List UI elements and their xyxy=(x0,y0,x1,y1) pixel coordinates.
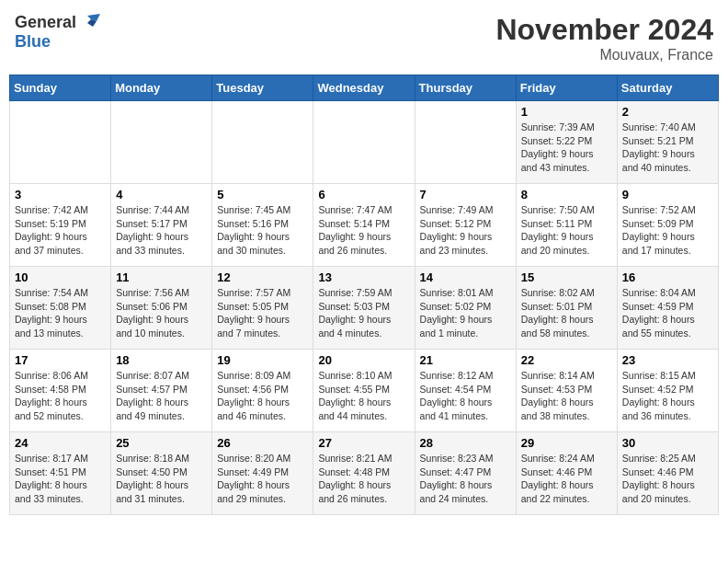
day-number: 24 xyxy=(15,436,106,450)
day-cell xyxy=(415,101,516,184)
day-info: Sunrise: 7:39 AMSunset: 5:22 PMDaylight:… xyxy=(521,121,612,175)
day-number: 28 xyxy=(420,436,511,450)
day-info: Sunrise: 8:07 AMSunset: 4:57 PMDaylight:… xyxy=(116,369,207,423)
day-info: Sunrise: 8:23 AMSunset: 4:47 PMDaylight:… xyxy=(420,452,511,506)
day-cell: 21Sunrise: 8:12 AMSunset: 4:54 PMDayligh… xyxy=(415,350,516,432)
day-cell: 13Sunrise: 7:59 AMSunset: 5:03 PMDayligh… xyxy=(313,267,415,350)
day-info: Sunrise: 8:18 AMSunset: 4:50 PMDaylight:… xyxy=(116,452,207,506)
logo-bird-icon xyxy=(80,12,100,32)
header-day-friday: Friday xyxy=(516,75,617,101)
day-cell: 1Sunrise: 7:39 AMSunset: 5:22 PMDaylight… xyxy=(516,101,617,184)
day-info: Sunrise: 8:04 AMSunset: 4:59 PMDaylight:… xyxy=(622,286,713,340)
day-info: Sunrise: 7:45 AMSunset: 5:16 PMDaylight:… xyxy=(217,203,308,258)
day-cell: 10Sunrise: 7:54 AMSunset: 5:08 PMDayligh… xyxy=(10,267,111,350)
day-cell: 23Sunrise: 8:15 AMSunset: 4:52 PMDayligh… xyxy=(617,350,718,432)
header-day-thursday: Thursday xyxy=(415,75,516,101)
day-number: 16 xyxy=(622,270,713,284)
day-info: Sunrise: 8:25 AMSunset: 4:46 PMDaylight:… xyxy=(622,452,713,506)
week-row-3: 10Sunrise: 7:54 AMSunset: 5:08 PMDayligh… xyxy=(10,267,719,350)
day-info: Sunrise: 8:09 AMSunset: 4:56 PMDaylight:… xyxy=(217,369,308,423)
day-cell: 19Sunrise: 8:09 AMSunset: 4:56 PMDayligh… xyxy=(212,350,313,432)
day-cell: 11Sunrise: 7:56 AMSunset: 5:06 PMDayligh… xyxy=(111,267,212,350)
day-info: Sunrise: 8:01 AMSunset: 5:02 PMDaylight:… xyxy=(420,286,511,340)
calendar-header: SundayMondayTuesdayWednesdayThursdayFrid… xyxy=(10,75,719,101)
day-info: Sunrise: 7:54 AMSunset: 5:08 PMDaylight:… xyxy=(15,286,106,340)
day-info: Sunrise: 7:57 AMSunset: 5:05 PMDaylight:… xyxy=(217,286,308,340)
day-cell: 2Sunrise: 7:40 AMSunset: 5:21 PMDaylight… xyxy=(617,101,718,184)
week-row-1: 1Sunrise: 7:39 AMSunset: 5:22 PMDaylight… xyxy=(10,101,719,184)
day-cell: 29Sunrise: 8:24 AMSunset: 4:46 PMDayligh… xyxy=(516,432,617,515)
logo: General Blue xyxy=(15,13,100,52)
day-info: Sunrise: 7:59 AMSunset: 5:03 PMDaylight:… xyxy=(318,286,409,340)
day-info: Sunrise: 8:12 AMSunset: 4:54 PMDaylight:… xyxy=(420,369,511,423)
day-number: 10 xyxy=(15,270,106,284)
day-number: 4 xyxy=(116,188,207,201)
day-info: Sunrise: 7:40 AMSunset: 5:21 PMDaylight:… xyxy=(622,121,713,175)
day-number: 27 xyxy=(318,436,409,450)
day-number: 6 xyxy=(318,188,409,201)
day-cell: 3Sunrise: 7:42 AMSunset: 5:19 PMDaylight… xyxy=(10,184,111,267)
day-info: Sunrise: 8:10 AMSunset: 4:55 PMDaylight:… xyxy=(318,369,409,423)
day-cell: 26Sunrise: 8:20 AMSunset: 4:49 PMDayligh… xyxy=(212,432,313,515)
day-cell: 15Sunrise: 8:02 AMSunset: 5:01 PMDayligh… xyxy=(516,267,617,350)
day-cell xyxy=(111,101,212,184)
day-number: 5 xyxy=(217,188,308,201)
day-info: Sunrise: 7:49 AMSunset: 5:12 PMDaylight:… xyxy=(420,203,511,258)
day-info: Sunrise: 8:15 AMSunset: 4:52 PMDaylight:… xyxy=(622,369,713,423)
header-row: SundayMondayTuesdayWednesdayThursdayFrid… xyxy=(10,75,719,101)
header-day-wednesday: Wednesday xyxy=(313,75,415,101)
day-number: 8 xyxy=(521,188,612,201)
day-cell: 22Sunrise: 8:14 AMSunset: 4:53 PMDayligh… xyxy=(516,350,617,432)
day-number: 19 xyxy=(217,353,308,367)
day-cell: 28Sunrise: 8:23 AMSunset: 4:47 PMDayligh… xyxy=(415,432,516,515)
day-number: 17 xyxy=(15,353,106,367)
header-day-tuesday: Tuesday xyxy=(212,75,313,101)
day-number: 14 xyxy=(420,270,511,284)
day-number: 18 xyxy=(116,353,207,367)
day-info: Sunrise: 8:17 AMSunset: 4:51 PMDaylight:… xyxy=(15,452,106,506)
day-number: 22 xyxy=(521,353,612,367)
day-number: 2 xyxy=(622,105,713,119)
day-number: 13 xyxy=(318,270,409,284)
day-info: Sunrise: 7:42 AMSunset: 5:19 PMDaylight:… xyxy=(15,203,106,258)
header-day-saturday: Saturday xyxy=(617,75,718,101)
day-cell: 24Sunrise: 8:17 AMSunset: 4:51 PMDayligh… xyxy=(10,432,111,515)
day-info: Sunrise: 8:24 AMSunset: 4:46 PMDaylight:… xyxy=(521,452,612,506)
calendar-table: SundayMondayTuesdayWednesdayThursdayFrid… xyxy=(9,75,719,515)
location-title: Mouvaux, France xyxy=(495,47,713,63)
week-row-5: 24Sunrise: 8:17 AMSunset: 4:51 PMDayligh… xyxy=(10,432,719,515)
day-info: Sunrise: 7:56 AMSunset: 5:06 PMDaylight:… xyxy=(116,286,207,340)
day-cell xyxy=(10,101,111,184)
day-info: Sunrise: 7:50 AMSunset: 5:11 PMDaylight:… xyxy=(521,203,612,258)
day-cell: 30Sunrise: 8:25 AMSunset: 4:46 PMDayligh… xyxy=(617,432,718,515)
day-info: Sunrise: 8:21 AMSunset: 4:48 PMDaylight:… xyxy=(318,452,409,506)
day-cell: 20Sunrise: 8:10 AMSunset: 4:55 PMDayligh… xyxy=(313,350,415,432)
day-info: Sunrise: 8:02 AMSunset: 5:01 PMDaylight:… xyxy=(521,286,612,340)
title-area: November 2024 Mouvaux, France xyxy=(495,13,713,63)
logo-general: General xyxy=(15,13,76,32)
day-info: Sunrise: 8:06 AMSunset: 4:58 PMDaylight:… xyxy=(15,369,106,423)
day-cell: 27Sunrise: 8:21 AMSunset: 4:48 PMDayligh… xyxy=(313,432,415,515)
day-info: Sunrise: 8:14 AMSunset: 4:53 PMDaylight:… xyxy=(521,369,612,423)
day-cell: 6Sunrise: 7:47 AMSunset: 5:14 PMDaylight… xyxy=(313,184,415,267)
day-number: 9 xyxy=(622,188,713,201)
day-number: 7 xyxy=(420,188,511,201)
day-number: 15 xyxy=(521,270,612,284)
month-title: November 2024 xyxy=(495,13,713,47)
day-cell: 4Sunrise: 7:44 AMSunset: 5:17 PMDaylight… xyxy=(111,184,212,267)
day-number: 3 xyxy=(15,188,106,201)
day-info: Sunrise: 7:47 AMSunset: 5:14 PMDaylight:… xyxy=(318,203,409,258)
day-info: Sunrise: 7:52 AMSunset: 5:09 PMDaylight:… xyxy=(622,203,713,258)
day-cell xyxy=(212,101,313,184)
week-row-4: 17Sunrise: 8:06 AMSunset: 4:58 PMDayligh… xyxy=(10,350,719,432)
day-number: 12 xyxy=(217,270,308,284)
day-cell: 25Sunrise: 8:18 AMSunset: 4:50 PMDayligh… xyxy=(111,432,212,515)
day-cell xyxy=(313,101,415,184)
week-row-2: 3Sunrise: 7:42 AMSunset: 5:19 PMDaylight… xyxy=(10,184,719,267)
day-number: 26 xyxy=(217,436,308,450)
day-cell: 18Sunrise: 8:07 AMSunset: 4:57 PMDayligh… xyxy=(111,350,212,432)
day-number: 11 xyxy=(116,270,207,284)
calendar-body: 1Sunrise: 7:39 AMSunset: 5:22 PMDaylight… xyxy=(10,101,719,515)
day-number: 30 xyxy=(622,436,713,450)
day-cell: 14Sunrise: 8:01 AMSunset: 5:02 PMDayligh… xyxy=(415,267,516,350)
